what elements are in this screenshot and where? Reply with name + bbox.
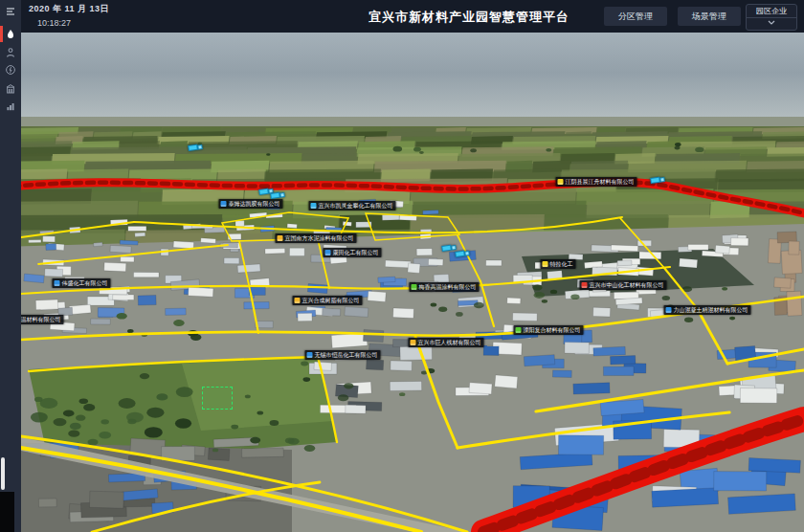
- truck-cab: [197, 144, 203, 150]
- company-label-text: 力山混凝土精混材料有限公司: [674, 307, 748, 313]
- header-button-0[interactable]: 分区管理: [604, 7, 667, 26]
- company-label-text: 宜国南方水泥涂料有限公司: [285, 235, 354, 241]
- chevron-down-icon: [768, 20, 775, 25]
- company-label-text: 江阴县晨江舟材料有限公司: [566, 179, 635, 185]
- sidebar-footer: [0, 492, 14, 532]
- person-icon: [5, 47, 16, 58]
- company-label[interactable]: 力山混凝土精混材料有限公司: [664, 305, 751, 315]
- truck-cab: [279, 192, 285, 198]
- company-icon: [516, 327, 522, 333]
- building-icon: [5, 83, 16, 95]
- company-label[interactable]: 宜兴市中山化工材料有限公司: [580, 280, 667, 290]
- sidebar: [0, 0, 21, 532]
- company-label[interactable]: 伟盛化工有限公司: [53, 278, 111, 288]
- current-time: 10:18:27: [29, 18, 109, 28]
- fire-icon: [5, 29, 16, 40]
- sidebar-item-fire[interactable]: [0, 26, 21, 43]
- map-3d-view[interactable]: 泰姆达凯胶有限公司宜兴市凯灵金攀化工有限公司宜国南方水泥涂料有限公司江阴县晨江舟…: [0, 0, 804, 532]
- truck-icon[interactable]: [650, 176, 665, 184]
- sidebar-scrollbar[interactable]: [1, 457, 5, 490]
- company-label[interactable]: 宜兴市凯灵金攀化工有限公司: [309, 201, 396, 211]
- page-title: 宜兴市新材料产业园智慧管理平台: [368, 9, 570, 26]
- company-icon: [412, 284, 417, 290]
- company-label-text: 宜兴市巨人线材有限公司: [418, 340, 481, 345]
- energy-icon: [5, 64, 16, 76]
- company-icon: [221, 201, 227, 207]
- company-label-text: 泰姆达凯胶有限公司: [229, 201, 280, 207]
- company-label[interactable]: 泰姆达凯胶有限公司: [219, 199, 283, 209]
- truck-cab: [451, 245, 457, 251]
- enterprise-dropdown[interactable]: 园区企业: [746, 4, 797, 31]
- truck-icon[interactable]: [455, 250, 470, 257]
- company-label[interactable]: 康田化工有限公司: [324, 248, 382, 257]
- enterprise-dropdown-label: 园区企业: [747, 5, 796, 18]
- header-button-1[interactable]: 场景管理: [678, 7, 741, 26]
- company-label-text: 无锡市恒岳化工有限公司: [315, 352, 378, 358]
- selection-box: [202, 387, 233, 410]
- truck-icon[interactable]: [188, 144, 203, 151]
- current-date: 2020 年 11 月 13日: [29, 3, 109, 15]
- truck-icon[interactable]: [270, 191, 285, 199]
- sidebar-item-energy[interactable]: [0, 61, 21, 78]
- company-label[interactable]: 溧阳复合材料有限公司: [514, 325, 584, 335]
- datetime-block: 2020 年 11 月 13日 10:18:27: [29, 3, 109, 28]
- company-label-text: 溧阳复合材料有限公司: [524, 327, 581, 333]
- company-label[interactable]: 梅香高温涂料有限公司: [410, 282, 480, 292]
- company-label[interactable]: 无锡市恒岳化工有限公司: [305, 350, 381, 360]
- company-icon: [666, 307, 672, 313]
- company-label-text: 康田化工有限公司: [333, 250, 379, 255]
- sidebar-item-stats[interactable]: [0, 98, 21, 115]
- app-window: 泰姆达凯胶有限公司宜兴市凯灵金攀化工有限公司宜国南方水泥涂料有限公司江阴县晨江舟…: [0, 0, 804, 532]
- company-icon: [558, 179, 564, 185]
- header-bar: 2020 年 11 月 13日 10:18:27 宜兴市新材料产业园智慧管理平台…: [21, 0, 804, 33]
- company-label-text: 宜兴合成树脂有限公司: [302, 298, 360, 303]
- header-buttons: 分区管理场景管理: [604, 7, 741, 26]
- company-label-text: 宜兴市凯灵金攀化工有限公司: [319, 203, 393, 209]
- company-icon: [325, 250, 331, 255]
- company-icon: [411, 340, 416, 345]
- company-label-text: 伟盛化工有限公司: [62, 280, 108, 286]
- company-icon: [311, 203, 317, 209]
- sidebar-item-person[interactable]: [0, 44, 21, 61]
- company-label-text: 梅香高温涂料有限公司: [419, 284, 477, 290]
- company-icon: [295, 298, 301, 303]
- company-label-text: 宜兴市中山化工材料有限公司: [590, 282, 664, 288]
- sidebar-item-building[interactable]: [0, 80, 21, 98]
- truck-cab: [659, 177, 665, 183]
- company-label[interactable]: 宜兴市巨人线材有限公司: [409, 338, 484, 347]
- company-label-text: 特拉化工: [550, 261, 573, 267]
- truck-icon[interactable]: [441, 244, 457, 252]
- company-icon: [543, 261, 548, 267]
- company-icon: [307, 352, 313, 358]
- truck-cab: [464, 251, 470, 256]
- sidebar-menu-toggle[interactable]: [0, 3, 21, 20]
- company-icon: [278, 235, 283, 241]
- company-label[interactable]: 宜国南方水泥涂料有限公司: [276, 233, 357, 243]
- map-overlays: 泰姆达凯胶有限公司宜兴市凯灵金攀化工有限公司宜国南方水泥涂料有限公司江阴县晨江舟…: [0, 0, 804, 532]
- menu-icon: [5, 6, 16, 17]
- company-label[interactable]: 江阴县晨江舟材料有限公司: [556, 177, 637, 187]
- company-label[interactable]: 特拉化工: [541, 259, 576, 269]
- company-icon: [55, 280, 60, 286]
- company-icon: [582, 282, 588, 288]
- bar-chart-icon: [5, 100, 16, 112]
- company-label[interactable]: 宜兴合成树脂有限公司: [293, 296, 363, 305]
